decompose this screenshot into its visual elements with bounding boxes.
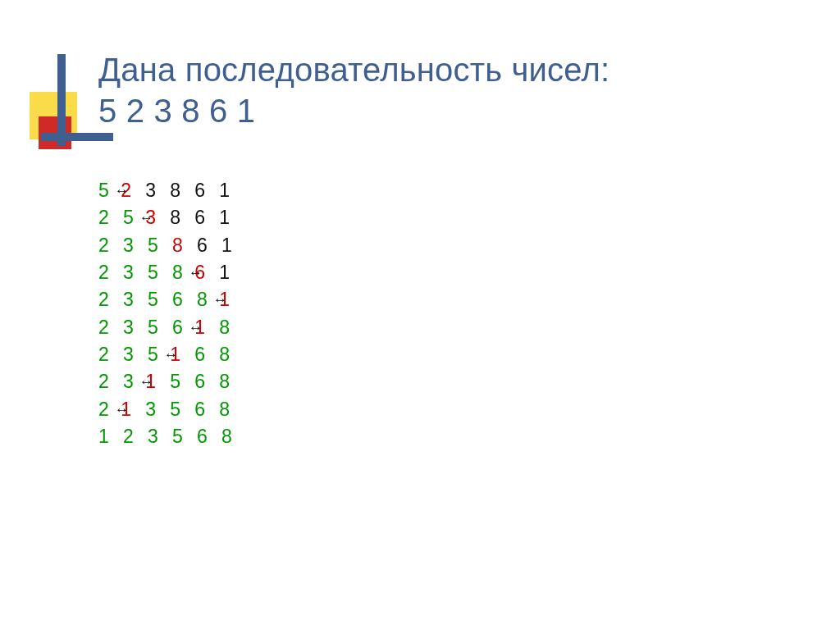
- number-cell: 5: [172, 423, 197, 450]
- number-cell: 2: [98, 314, 123, 341]
- swap-arrow-icon: ↔: [213, 290, 227, 311]
- swap-arrow-icon: ↔: [115, 181, 129, 202]
- slide-title: Дана последовательность чисел: 5 2 3 8 6…: [98, 49, 820, 131]
- number-cell: 3: [123, 341, 148, 368]
- number-cell: 8: [172, 232, 197, 259]
- number-cell: 3: [123, 286, 148, 313]
- swap-arrow-icon: ↔: [164, 345, 178, 366]
- number-cell: 5: [170, 396, 194, 423]
- title-line-1: Дана последовательность чисел:: [98, 49, 820, 90]
- number-cell: 5: [148, 232, 172, 259]
- swap-arrow-icon: ↔: [115, 400, 129, 421]
- number-cell: 2: [98, 286, 123, 313]
- number-cell: 1: [219, 204, 244, 231]
- title-line-2: 5 2 3 8 6 1: [98, 90, 820, 131]
- number-cell: 6: [172, 286, 197, 313]
- number-cell: 5: [148, 286, 172, 313]
- number-cell: 2: [98, 232, 123, 259]
- number-cell: 5: [170, 368, 194, 395]
- number-cell: 8: [219, 341, 244, 368]
- decor-square-red: [39, 116, 71, 149]
- number-cell: 6: [197, 232, 221, 259]
- number-cell: 6: [194, 368, 219, 395]
- number-cell: 1: [98, 423, 123, 450]
- number-cell: 2: [98, 204, 123, 231]
- number-cell: 8: [170, 204, 194, 231]
- number-cell: 3: [148, 423, 172, 450]
- sequence-row: 23↔1568: [98, 368, 820, 395]
- number-cell: 2: [98, 259, 123, 286]
- number-cell: 1: [219, 259, 244, 286]
- number-cell: 8: [219, 396, 244, 423]
- number-cell: 2: [98, 341, 123, 368]
- swap-arrow-icon: ↔: [189, 318, 203, 339]
- sequence-body: 5↔2386125↔38612358612358↔6123568↔12356↔1…: [98, 177, 820, 450]
- sequence-row: 235↔168: [98, 341, 820, 368]
- swap-arrow-icon: ↔: [189, 263, 203, 284]
- decor-bar-vertical: [57, 54, 66, 146]
- number-cell: 8: [219, 314, 244, 341]
- number-cell: 3: [123, 259, 148, 286]
- number-cell: 6: [194, 177, 219, 204]
- swap-arrow-icon: ↔: [139, 372, 153, 393]
- number-cell: 6: [194, 341, 219, 368]
- number-cell: 8: [219, 368, 244, 395]
- number-cell: 6: [197, 423, 221, 450]
- sequence-row: 2356↔18: [98, 314, 820, 341]
- sequence-row: 123568: [98, 423, 820, 450]
- sequence-row: 2↔13568: [98, 396, 820, 423]
- number-cell: 6: [194, 396, 219, 423]
- number-cell: 3: [123, 314, 148, 341]
- number-cell: 2: [98, 368, 123, 395]
- number-cell: 6: [194, 204, 219, 231]
- slide-content: Дана последовательность чисел: 5 2 3 8 6…: [98, 49, 820, 450]
- number-cell: 8: [170, 177, 194, 204]
- sequence-row: 23568↔1: [98, 286, 820, 313]
- sequence-row: 25↔3861: [98, 204, 820, 231]
- sequence-row: 235861: [98, 232, 820, 259]
- number-cell: 3: [145, 396, 170, 423]
- number-cell: 8: [221, 423, 246, 450]
- sequence-row: 2358↔61: [98, 259, 820, 286]
- number-cell: 1: [221, 232, 246, 259]
- swap-arrow-icon: ↔: [139, 208, 153, 229]
- number-cell: 3: [123, 232, 148, 259]
- number-cell: 5: [148, 259, 172, 286]
- number-cell: 3: [145, 177, 170, 204]
- number-cell: 5: [148, 314, 172, 341]
- number-cell: 2: [123, 423, 148, 450]
- number-cell: 1: [219, 177, 244, 204]
- sequence-row: 5↔23861: [98, 177, 820, 204]
- decor-square-yellow: [30, 92, 77, 139]
